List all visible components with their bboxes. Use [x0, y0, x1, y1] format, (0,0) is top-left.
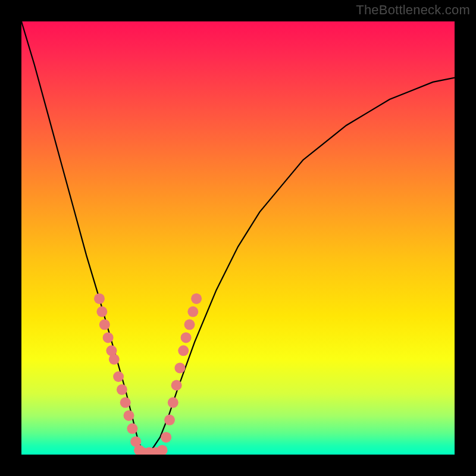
- data-marker: [178, 345, 189, 356]
- watermark-label: TheBottleneck.com: [356, 2, 470, 18]
- data-marker: [103, 332, 114, 343]
- chart-frame: TheBottleneck.com: [0, 0, 476, 476]
- data-marker: [96, 306, 107, 317]
- data-marker: [117, 384, 127, 395]
- data-marker: [99, 320, 110, 330]
- data-marker: [187, 306, 198, 317]
- v-curve: [21, 21, 455, 455]
- data-marker: [113, 371, 124, 382]
- data-marker: [161, 432, 171, 443]
- data-marker: [181, 332, 192, 343]
- data-marker: [174, 362, 185, 373]
- data-marker: [168, 397, 178, 408]
- marker-group: [94, 293, 202, 455]
- curve-svg: [21, 21, 455, 455]
- data-marker: [127, 423, 137, 434]
- data-marker: [157, 445, 168, 455]
- data-marker: [164, 415, 175, 425]
- data-marker: [109, 354, 120, 365]
- data-marker: [191, 293, 202, 304]
- data-marker: [94, 293, 105, 304]
- data-marker: [171, 380, 182, 391]
- plot-area: [21, 21, 455, 455]
- data-marker: [124, 411, 134, 421]
- data-marker: [184, 320, 195, 330]
- data-marker: [120, 397, 131, 408]
